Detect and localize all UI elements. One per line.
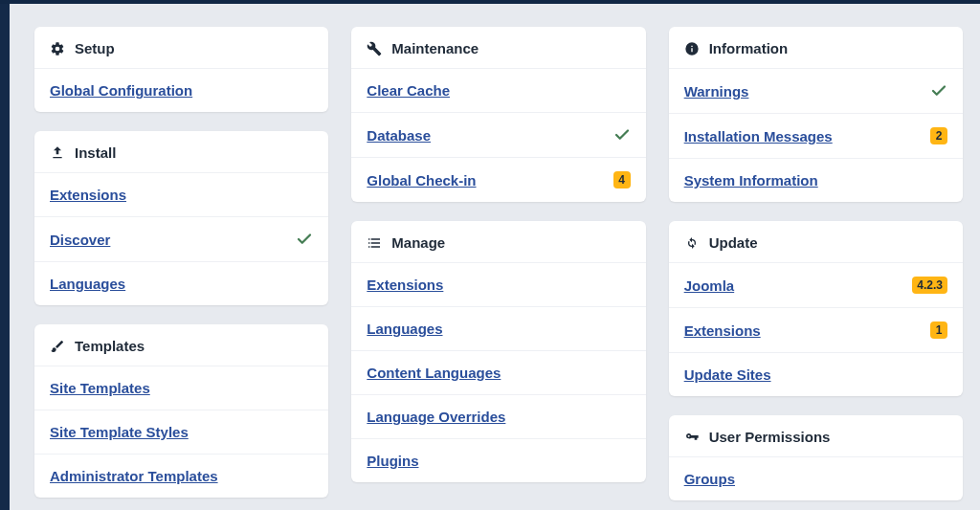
check-icon [296,231,313,248]
list-icon [367,235,382,251]
item-update-sites[interactable]: Update Sites [669,352,963,396]
link-label[interactable]: Plugins [367,453,418,469]
item-joomla-update[interactable]: Joomla 4.2.3 [669,262,963,307]
card-update: Update Joomla 4.2.3 Extensions 1 Update … [669,221,963,396]
link-label[interactable]: Global Configuration [50,82,192,99]
card-header-templates: Templates [34,324,328,366]
item-installation-messages[interactable]: Installation Messages 2 [669,113,963,158]
item-plugins[interactable]: Plugins [351,438,645,482]
check-icon [930,82,947,100]
link-label[interactable]: Update Sites [684,366,771,383]
system-dashboard: Setup Global Configuration Install Exten… [0,4,980,510]
status-badge: 1 [930,322,947,339]
card-setup: Setup Global Configuration [34,27,328,112]
card-information: Information Warnings Installation Messag… [669,27,963,202]
status-badge: 4.2.3 [912,277,947,294]
key-icon [684,430,700,445]
card-header-manage: Manage [351,221,645,262]
link-label[interactable]: Site Templates [50,380,150,396]
link-label[interactable]: Database [367,127,431,144]
link-label[interactable]: Joomla [684,277,735,294]
card-templates: Templates Site Templates Site Template S… [34,324,328,498]
link-label[interactable]: Administrator Templates [50,468,218,484]
item-database[interactable]: Database [351,112,645,157]
item-warnings[interactable]: Warnings [669,68,963,113]
item-clear-cache[interactable]: Clear Cache [351,68,645,112]
sync-icon [684,235,700,251]
item-install-extensions[interactable]: Extensions [34,172,328,216]
item-site-templates[interactable]: Site Templates [34,366,328,410]
item-system-information[interactable]: System Information [669,158,963,202]
card-header-maintenance: Maintenance [351,27,645,68]
card-maintenance: Maintenance Clear Cache Database Global … [351,27,645,202]
card-title: Setup [75,40,115,56]
column-2: Maintenance Clear Cache Database Global … [351,27,645,500]
card-user-permissions: User Permissions Groups [669,415,963,500]
link-label[interactable]: Language Overrides [367,409,505,425]
item-install-languages[interactable]: Languages [34,261,328,305]
link-label[interactable]: Extensions [684,322,761,339]
card-manage: Manage Extensions Languages Content Lang… [351,221,645,482]
item-administrator-templates[interactable]: Administrator Templates [34,454,328,498]
status-badge: 4 [613,171,631,188]
link-label[interactable]: Content Languages [367,365,501,381]
left-edge-strip [0,4,10,510]
card-title: User Permissions [709,429,831,445]
item-language-overrides[interactable]: Language Overrides [351,394,645,438]
card-header-information: Information [669,27,963,68]
item-site-template-styles[interactable]: Site Template Styles [34,410,328,454]
card-header-install: Install [34,131,328,172]
link-label[interactable]: Global Check-in [367,172,476,188]
item-update-extensions[interactable]: Extensions 1 [669,307,963,352]
link-label[interactable]: Extensions [50,187,126,203]
link-label[interactable]: Languages [367,321,442,337]
item-manage-extensions[interactable]: Extensions [351,262,645,306]
brush-icon [50,339,65,354]
column-3: Information Warnings Installation Messag… [669,27,963,500]
card-title: Install [75,144,116,161]
card-header-setup: Setup [34,27,328,68]
column-1: Setup Global Configuration Install Exten… [34,27,328,500]
gear-icon [50,41,65,56]
badge-count: 2 [930,127,947,144]
info-icon [684,41,700,56]
card-title: Manage [391,234,445,251]
card-title: Templates [75,338,145,354]
card-install: Install Extensions Discover Languages [34,131,328,305]
link-label[interactable]: Discover [50,232,110,248]
badge-count: 1 [930,322,947,339]
item-content-languages[interactable]: Content Languages [351,350,645,394]
status-badge: 2 [930,127,947,144]
link-label[interactable]: System Information [684,172,818,188]
badge-version: 4.2.3 [912,277,947,294]
card-header-user-permissions: User Permissions [669,415,963,456]
item-global-configuration[interactable]: Global Configuration [34,68,328,112]
wrench-icon [367,41,382,56]
badge-count: 4 [613,171,631,188]
upload-icon [50,145,65,161]
item-groups[interactable]: Groups [669,456,963,500]
item-global-checkin[interactable]: Global Check-in 4 [351,157,645,202]
link-label[interactable]: Groups [684,471,735,487]
link-label[interactable]: Languages [50,276,125,292]
link-label[interactable]: Warnings [684,83,749,100]
card-title: Update [709,234,758,251]
link-label[interactable]: Clear Cache [367,82,450,99]
link-label[interactable]: Extensions [367,277,443,293]
item-manage-languages[interactable]: Languages [351,306,645,350]
link-label[interactable]: Installation Messages [684,128,833,144]
card-title: Information [709,40,789,56]
item-discover[interactable]: Discover [34,216,328,261]
link-label[interactable]: Site Template Styles [50,424,189,440]
check-icon [613,126,631,144]
card-header-update: Update [669,221,963,262]
card-title: Maintenance [391,40,479,56]
